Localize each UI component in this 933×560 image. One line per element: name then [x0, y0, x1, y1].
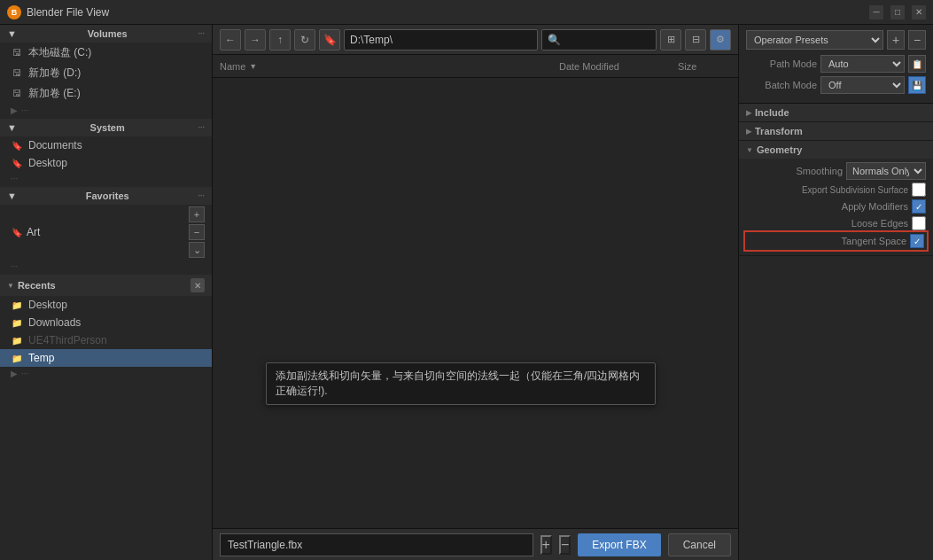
col-header-date[interactable]: Date Modified	[559, 61, 674, 72]
file-list[interactable]	[213, 78, 738, 528]
sidebar: ▼ Volumes ··· 🖫 本地磁盘 (C:) 🖫 新加卷 (D:) 🖫 新…	[0, 25, 213, 560]
geometry-section-header[interactable]: ▼ Geometry	[739, 141, 933, 159]
filename-plus-button[interactable]: +	[540, 535, 552, 555]
export-fbx-button[interactable]: Export FBX	[578, 533, 660, 556]
drive-icon: 🖫	[11, 47, 23, 59]
batch-mode-label: Batch Mode	[746, 80, 817, 90]
filter-button[interactable]: ⊟	[685, 29, 706, 51]
back-button[interactable]: ←	[220, 29, 241, 51]
system-more-row: ···	[0, 172, 212, 185]
sidebar-item-c-drive[interactable]: 🖫 本地磁盘 (C:)	[0, 43, 212, 63]
system-header[interactable]: ▼ System ···	[0, 119, 212, 136]
sidebar-item-desktop[interactable]: 🔖 Desktop	[0, 154, 212, 172]
file-toolbar: ← → ↑ ↻ 🔖 ⊞ ⊟ ⚙	[213, 25, 738, 55]
tangent-space-label: Tangent Space	[748, 236, 906, 246]
window-title: Blender File View	[27, 6, 869, 19]
sidebar-item-documents[interactable]: 🔖 Documents	[0, 136, 212, 154]
path-mode-label: Path Mode	[746, 58, 817, 69]
transform-section: ▶ Transform	[739, 122, 933, 141]
sidebar-item-ue4[interactable]: 📁 UE4ThirdPerson	[0, 331, 212, 349]
favorites-more[interactable]: ···	[198, 191, 205, 200]
geometry-arrow-icon: ▼	[746, 146, 753, 154]
transform-arrow-icon: ▶	[746, 128, 751, 136]
name-filter-icon: ▼	[249, 62, 257, 71]
folder-icon: 📁	[11, 334, 23, 346]
favorites-section: ▼ Favorites ··· 🔖 Art + − ⌄ ···	[0, 187, 212, 273]
volumes-header[interactable]: ▼ Volumes ···	[0, 25, 212, 43]
path-mode-row: Path Mode Auto 📋	[746, 55, 926, 73]
sidebar-item-recents-desktop[interactable]: 📁 Desktop	[0, 296, 212, 314]
bookmark-icon: 🔖	[11, 157, 23, 169]
search-input[interactable]	[541, 29, 657, 51]
favorites-controls: + − ⌄	[189, 206, 205, 258]
batch-mode-select[interactable]: Off	[820, 76, 905, 94]
bookmark-icon: 🔖	[11, 226, 23, 238]
cancel-button[interactable]: Cancel	[668, 533, 731, 556]
batch-mode-row: Batch Mode Off 💾	[746, 76, 926, 94]
batch-mode-icon-button[interactable]: 💾	[908, 76, 926, 94]
drive-icon: 🖫	[11, 88, 23, 100]
title-bar: B Blender File View ─ □ ✕	[0, 0, 933, 25]
sidebar-item-e-drive[interactable]: 🖫 新加卷 (E:)	[0, 83, 212, 104]
export-subdivision-checkbox[interactable]	[912, 183, 926, 197]
view-toggle-button[interactable]: ⊞	[660, 29, 681, 51]
up-button[interactable]: ↑	[269, 29, 291, 51]
export-subdivision-label: Export Subdivision Surface	[746, 185, 908, 195]
transform-section-header[interactable]: ▶ Transform	[739, 122, 933, 140]
volumes-more[interactable]: ···	[198, 29, 205, 38]
sidebar-item-recents-downloads[interactable]: 📁 Downloads	[0, 314, 212, 331]
tooltip: 添加副法线和切向矢量，与来自切向空间的法线一起（仅能在三角/四边网格内正确运行!…	[266, 362, 656, 405]
sidebar-item-temp[interactable]: 📁 Temp	[0, 349, 212, 367]
folder-icon: 📁	[11, 352, 23, 364]
path-mode-icon-button[interactable]: 📋	[908, 55, 926, 73]
favorites-item-art[interactable]: 🔖 Art	[7, 224, 187, 240]
drive-icon: 🖫	[11, 67, 23, 80]
recents-header: ▼ Recents ✕	[0, 275, 212, 296]
include-section-header[interactable]: ▶ Include	[739, 104, 933, 121]
col-header-name[interactable]: Name ▼	[220, 61, 556, 72]
right-panel: Operator Presets + − Path Mode Auto 📋 Ba…	[738, 25, 933, 560]
favorites-move-button[interactable]: ⌄	[189, 242, 205, 258]
operator-presets-row: Operator Presets + −	[746, 30, 926, 50]
filename-input[interactable]	[220, 533, 533, 556]
smoothing-select[interactable]: Normals Only	[846, 162, 926, 180]
minimize-button[interactable]: ─	[869, 5, 883, 19]
sidebar-item-d-drive[interactable]: 🖫 新加卷 (D:)	[0, 63, 212, 83]
include-section: ▶ Include	[739, 104, 933, 122]
file-bottom-bar: + − Export FBX Cancel	[213, 528, 738, 560]
system-more[interactable]: ···	[198, 123, 205, 132]
tangent-space-checkbox[interactable]: ✓	[910, 234, 924, 248]
recents-close-button[interactable]: ✕	[190, 278, 205, 292]
col-header-size[interactable]: Size	[678, 61, 731, 72]
filename-minus-button[interactable]: −	[559, 535, 571, 555]
close-button[interactable]: ✕	[912, 5, 926, 19]
favorites-add-button[interactable]: +	[189, 206, 205, 222]
favorites-header[interactable]: ▼ Favorites ···	[0, 187, 212, 205]
loose-edges-checkbox[interactable]	[912, 216, 926, 230]
preset-add-button[interactable]: +	[887, 30, 905, 50]
geometry-section-content: Smoothing Normals Only Export Subdivisio…	[739, 159, 933, 255]
recents-section: ▼ Recents ✕ 📁 Desktop 📁 Downloads 📁 UE4T…	[0, 275, 212, 380]
operator-presets-select[interactable]: Operator Presets	[746, 30, 883, 50]
maximize-button[interactable]: □	[890, 5, 905, 19]
refresh-button[interactable]: ↻	[294, 29, 315, 51]
panel-top: Operator Presets + − Path Mode Auto 📋 Ba…	[739, 25, 933, 104]
loose-edges-row: Loose Edges	[746, 216, 926, 230]
preset-remove-button[interactable]: −	[908, 30, 926, 50]
bookmark-button[interactable]: 🔖	[319, 29, 340, 51]
apply-modifiers-checkbox[interactable]: ✓	[912, 199, 926, 214]
favorites-add-row: 🔖 Art + − ⌄	[0, 205, 212, 260]
path-input[interactable]	[344, 29, 538, 51]
main-layout: ▼ Volumes ··· 🖫 本地磁盘 (C:) 🖫 新加卷 (D:) 🖫 新…	[0, 25, 933, 560]
loose-edges-label: Loose Edges	[746, 218, 908, 229]
recents-more-row: ▶ ···	[0, 367, 212, 380]
volumes-more-row: ▶ ···	[0, 104, 212, 117]
path-mode-select[interactable]: Auto	[820, 55, 905, 73]
favorites-remove-button[interactable]: −	[189, 224, 205, 240]
settings-button[interactable]: ⚙	[710, 29, 731, 51]
forward-button[interactable]: →	[245, 29, 266, 51]
smoothing-label: Smoothing	[746, 166, 843, 176]
file-area: ← → ↑ ↻ 🔖 ⊞ ⊟ ⚙ Name ▼ Date Modified Siz…	[213, 25, 738, 560]
column-headers: Name ▼ Date Modified Size	[213, 55, 738, 78]
volumes-section: ▼ Volumes ··· 🖫 本地磁盘 (C:) 🖫 新加卷 (D:) 🖫 新…	[0, 25, 212, 117]
